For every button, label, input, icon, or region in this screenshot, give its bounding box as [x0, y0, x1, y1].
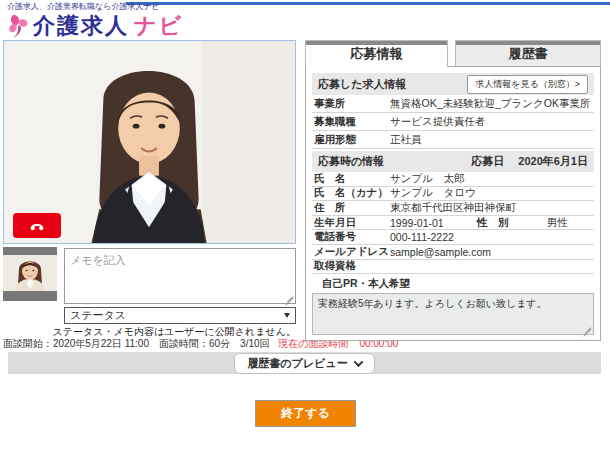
page: 介護求人、介護業界転職なら介護求人ナビ 介護求人 ナビ: [0, 0, 610, 449]
chevron-down-icon: [284, 313, 290, 318]
self-pr-header: 自己PR・本人希望: [312, 274, 594, 293]
row-value: サービス提供責任者: [390, 115, 592, 129]
chevron-down-icon: [353, 357, 363, 367]
tab-label: 応募情報: [351, 45, 403, 63]
row-label: 募集職種: [314, 115, 390, 129]
applied-job-title: 応募した求人情報: [318, 77, 407, 92]
row-label: メールアドレス: [314, 245, 390, 259]
row-label: 取得資格: [314, 259, 390, 273]
row-value: 東京都千代田区神田神保町: [390, 201, 592, 215]
memo-input[interactable]: [64, 248, 296, 304]
gender-label: 性 別: [477, 216, 547, 230]
interview-schedule: 面談開始：2020年5月22日 11:00 面談時間：60分 3/10回: [3, 338, 270, 349]
row-value: 正社員: [390, 133, 592, 147]
view-job-button[interactable]: 求人情報を見る（別窓）>: [467, 75, 588, 94]
application-section-header: 応募時の情報 応募日 2020年6月1日: [312, 151, 594, 172]
row-label: 住 所: [314, 201, 390, 215]
interview-info: 面談開始：2020年5月22日 11:00 面談時間：60分 3/10回 現在の…: [3, 337, 303, 351]
table-row: 氏 名 サンプル 太郎: [312, 172, 594, 187]
table-row-qualification: 取得資格: [312, 260, 594, 275]
table-row: 住 所 東京都千代田区神田神保町: [312, 201, 594, 216]
row-label: 雇用形態: [314, 133, 390, 147]
logo-text-main: 介護求人: [33, 11, 129, 41]
resume-preview-bar: 履歴書のプレビュー: [8, 352, 601, 374]
end-interview-button[interactable]: 終了する: [255, 400, 356, 427]
interviewer-video-image: [3, 255, 57, 291]
row-value: 無資格OK_未経験歓迎_ブランクOK事業所: [390, 97, 592, 111]
application-title: 応募時の情報: [318, 154, 384, 169]
row-value: サンプル タロウ: [390, 186, 592, 200]
phone-hangup-icon: [29, 218, 45, 234]
table-row: 募集職種 サービス提供責任者: [312, 113, 594, 131]
self-video-thumbnail: [3, 247, 57, 301]
apply-date-label: 応募日: [471, 154, 504, 169]
row-value: 000-111-2222: [390, 231, 592, 243]
status-dropdown[interactable]: ステータス: [64, 307, 296, 324]
table-row: 事業所 無資格OK_未経験歓迎_ブランクOK事業所: [312, 95, 594, 113]
row-label: 事業所: [314, 97, 390, 111]
gender-value: 男性: [547, 216, 568, 230]
apply-date-value: 2020年6月1日: [518, 154, 588, 169]
hangup-button[interactable]: [13, 213, 61, 238]
site-logo[interactable]: 介護求人 ナビ: [5, 11, 183, 41]
tab-label: 履歴書: [509, 45, 548, 63]
resume-preview-button[interactable]: 履歴書のプレビュー: [234, 353, 374, 374]
application-info-panel: 応募した求人情報 求人情報を見る（別窓）> 事業所 無資格OK_未経験歓迎_ブラ…: [305, 66, 601, 341]
table-row: 氏 名（カナ） サンプル タロウ: [312, 187, 594, 202]
birthdate-value: 1999-01-01: [390, 217, 477, 229]
table-row: 雇用形態 正社員: [312, 131, 594, 149]
row-value: sample@sample.com: [390, 246, 592, 258]
self-pr-container: 実務経験5年あります。よろしくお願い致します。: [312, 293, 594, 335]
flower-icon: [5, 13, 31, 39]
apply-date: 応募日 2020年6月1日: [471, 154, 588, 169]
applied-job-section-header: 応募した求人情報 求人情報を見る（別窓）>: [312, 73, 594, 95]
tab-resume[interactable]: 履歴書: [455, 40, 601, 66]
resume-preview-label: 履歴書のプレビュー: [247, 356, 347, 371]
row-label: 氏 名: [314, 172, 390, 186]
row-label: 生年月日: [314, 216, 390, 230]
tab-application-info[interactable]: 応募情報: [305, 40, 448, 67]
table-row: メールアドレス sample@sample.com: [312, 245, 594, 260]
row-label: 氏 名（カナ）: [314, 186, 390, 200]
thumbnail-letterbox-bottom: [3, 291, 57, 301]
remote-video-feed: [3, 40, 296, 244]
header-divider: [126, 2, 610, 5]
thumbnail-letterbox-top: [3, 247, 57, 255]
table-row: 電話番号 000-111-2222: [312, 230, 594, 245]
self-pr-textarea[interactable]: 実務経験5年あります。よろしくお願い致します。: [312, 293, 594, 335]
logo-text-accent: ナビ: [134, 11, 183, 41]
row-label: 電話番号: [314, 230, 390, 244]
row-value: サンプル 太郎: [390, 172, 592, 186]
status-dropdown-value: ステータス: [70, 308, 126, 323]
table-row-birthdate: 生年月日 1999-01-01 性 別 男性: [312, 216, 594, 231]
